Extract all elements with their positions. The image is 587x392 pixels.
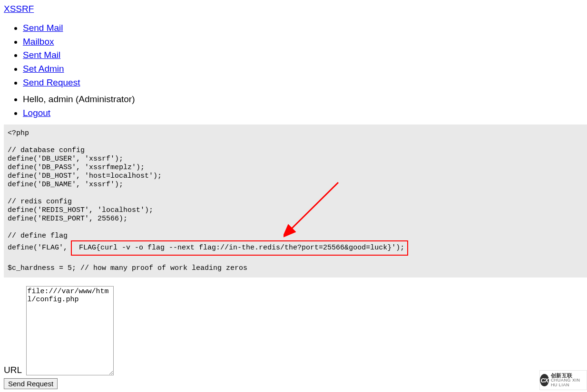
brand-link[interactable]: XSSRF bbox=[4, 4, 34, 14]
nav-item-set-admin: Set Admin bbox=[23, 63, 587, 75]
nav-link-mailbox[interactable]: Mailbox bbox=[23, 37, 54, 47]
code-line: define('DB_USER', 'xssrf'); bbox=[8, 155, 123, 163]
code-line: define('REDIS_PORT', 25566); bbox=[8, 215, 127, 223]
code-line: define('DB_PASS', 'xssrfmeplz'); bbox=[8, 163, 145, 172]
url-form: URL bbox=[4, 286, 587, 375]
watermark-badge: CX 创新互联 CHUANG XIN HU LIAN bbox=[539, 370, 587, 389]
code-line: define('DB_HOST', 'host=localhost'); bbox=[8, 172, 162, 180]
logout-item: Logout bbox=[23, 107, 587, 119]
primary-nav: Send Mail Mailbox Sent Mail Set Admin Se… bbox=[4, 22, 587, 88]
nav-item-send-mail: Send Mail bbox=[23, 22, 587, 34]
nav-item-send-request: Send Request bbox=[23, 76, 587, 89]
watermark-en: CHUANG XIN HU LIAN bbox=[551, 378, 587, 388]
annotation-arrow-icon bbox=[284, 182, 345, 243]
source-code-block: <?php // database config define('DB_USER… bbox=[4, 124, 587, 277]
code-line: // define flag bbox=[8, 232, 68, 240]
send-request-button[interactable]: Send Request bbox=[4, 378, 58, 389]
watermark-logo-icon: CX bbox=[540, 374, 549, 386]
code-line: define('DB_NAME', 'xssrf'); bbox=[8, 181, 123, 189]
code-line: define('REDIS_HOST', 'localhost'); bbox=[8, 206, 153, 214]
greeting-item: Hello, admin (Administrator) bbox=[23, 93, 587, 105]
flag-value: FLAG{curl -v -o flag --next flag://in-th… bbox=[75, 244, 404, 252]
nav-item-mailbox: Mailbox bbox=[23, 36, 587, 48]
nav-link-sent-mail[interactable]: Sent Mail bbox=[23, 50, 60, 60]
code-line: // redis config bbox=[8, 198, 72, 206]
code-line: <?php bbox=[8, 129, 29, 137]
code-line: // database config bbox=[8, 146, 85, 154]
flag-highlight: FLAG{curl -v -o flag --next flag://in-th… bbox=[71, 240, 408, 256]
nav-link-set-admin[interactable]: Set Admin bbox=[23, 64, 64, 74]
user-bar: Hello, admin (Administrator) Logout bbox=[4, 93, 587, 119]
nav-link-send-request[interactable]: Send Request bbox=[23, 77, 80, 87]
svg-line-1 bbox=[290, 182, 338, 230]
code-line-flag-prefix: define('FLAG', bbox=[8, 244, 72, 252]
url-input[interactable] bbox=[26, 286, 114, 375]
nav-item-sent-mail: Sent Mail bbox=[23, 49, 587, 61]
code-line: $c_hardness = 5; // how many proof of wo… bbox=[8, 264, 247, 272]
greeting-text: Hello, admin (Administrator) bbox=[23, 94, 135, 104]
logout-link[interactable]: Logout bbox=[23, 108, 50, 118]
url-label: URL bbox=[4, 365, 21, 375]
nav-link-send-mail[interactable]: Send Mail bbox=[23, 23, 63, 33]
watermark-text: 创新互联 CHUANG XIN HU LIAN bbox=[551, 373, 587, 388]
